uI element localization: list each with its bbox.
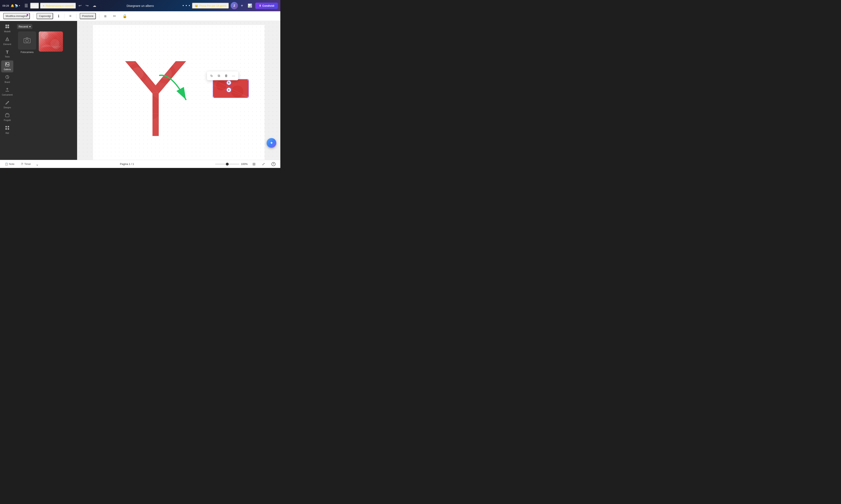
sidebar-item-elementi[interactable]: Elementi (1, 35, 13, 47)
svg-rect-0 (5, 24, 7, 26)
notes-icon: 📋 (5, 162, 8, 165)
topbar-time: 09:28 (2, 4, 9, 7)
sidebar-item-app[interactable]: App (1, 124, 13, 136)
sidebar-item-modelli[interactable]: Modelli (1, 22, 13, 35)
svg-rect-11 (8, 126, 9, 127)
help-button[interactable]: ? (270, 161, 277, 167)
toolbar-delete-button[interactable]: 🗑 (223, 73, 229, 79)
modelli-label: Modelli (4, 31, 11, 33)
timer-icon: ⏱ (21, 162, 23, 165)
toolbar-more-button[interactable]: ⋯ (230, 73, 237, 79)
svg-point-18 (45, 34, 57, 46)
progetti-icon (5, 113, 10, 118)
recent-image-thumbnail[interactable] (39, 32, 63, 52)
sidebar-item-caricamenti[interactable]: Caricamenti (1, 86, 13, 98)
sidebar-item-progetti[interactable]: Progetti (1, 111, 13, 123)
info-button[interactable]: ℹ (56, 13, 61, 20)
share-button[interactable]: ⬆ Condividi (255, 3, 278, 9)
toolbar-rotate-button[interactable]: ↻ (208, 73, 215, 79)
share-icon: ⬆ (259, 4, 261, 7)
timer-button[interactable]: ⏱ Timer (19, 162, 33, 166)
corner-bl (213, 96, 214, 97)
svg-rect-9 (5, 114, 9, 117)
galleria-label: Galleria (4, 68, 11, 71)
page-indicator: Pagina 1 / 1 (42, 162, 212, 165)
zoom-track[interactable] (215, 164, 239, 164)
camera-icon-area (18, 32, 36, 50)
topbar: 09:28 🔔 📡 • ☰ File ★ Ridimensiona e conv… (0, 0, 280, 11)
sidebar-item-galleria[interactable]: Galleria (1, 60, 13, 72)
svg-rect-13 (8, 128, 9, 130)
divider-3 (76, 14, 76, 19)
menu-icon[interactable]: ☰ (23, 2, 29, 9)
corner-br (247, 96, 248, 97)
undo-button[interactable]: ↩ (77, 2, 83, 9)
canvas-area[interactable]: ↻ ✛ ↻ ⧉ 🗑 ⋯ (77, 21, 280, 160)
flip-button[interactable]: Capovolgi (36, 13, 53, 19)
user-avatar[interactable]: Z (231, 2, 238, 9)
notes-button[interactable]: 📋 Note (3, 162, 16, 166)
redo-button[interactable]: ↪ (84, 2, 90, 9)
element-toolbar: ↻ ⧉ 🗑 ⋯ (207, 71, 238, 80)
resize-star-icon: ★ (42, 4, 45, 7)
toolbar-copy-button[interactable]: ⧉ (216, 73, 222, 79)
zoom-thumb[interactable] (226, 163, 229, 165)
modelli-icon (5, 24, 10, 30)
grid-align-button[interactable]: ⊞ (103, 13, 108, 19)
lock-button[interactable]: 🔒 (121, 13, 128, 20)
svg-rect-12 (5, 128, 7, 130)
toolbar-rotate-icon: ↻ (210, 74, 213, 78)
document-title: Disegnare un albero (100, 4, 181, 7)
panel-title-button[interactable]: Recenti ▾ (17, 24, 32, 29)
rotate-icon: ↻ (228, 81, 230, 84)
modify-image-button[interactable]: Modifica immagine (3, 13, 30, 19)
media-panel: Recenti ▾ Fotocamera (15, 21, 77, 160)
toolbar-copy-icon: ⧉ (218, 74, 220, 78)
disegno-icon (5, 100, 10, 106)
svg-marker-4 (6, 37, 9, 41)
magic-icon: ✦ (270, 141, 273, 145)
svg-rect-3 (7, 26, 9, 28)
testo-icon: T (6, 50, 8, 55)
analytics-button[interactable]: 📊 (246, 2, 254, 9)
caricamenti-icon (5, 88, 10, 93)
sidebar-item-brand[interactable]: Brand (1, 73, 13, 85)
svg-point-15 (25, 39, 29, 42)
resize-button[interactable]: ★ Ridimensiona e converti (40, 3, 76, 9)
y-shape-element[interactable] (121, 57, 190, 146)
file-menu-button[interactable]: File (30, 3, 39, 9)
canvas: ↻ ✛ ↻ ⧉ 🗑 ⋯ (93, 25, 264, 160)
camera-item[interactable]: Fotocamera (17, 32, 37, 54)
expand-pages-button[interactable]: ⌃ (36, 162, 39, 166)
sidebar-item-testo[interactable]: T Testo (1, 48, 13, 60)
help-icon: ? (272, 162, 275, 166)
camera-label: Fotocamera (21, 51, 34, 54)
move-icon: ✛ (228, 89, 230, 91)
grid-view-button[interactable]: ⊞ (251, 161, 257, 167)
add-button[interactable]: + (240, 2, 244, 9)
divider-1 (33, 14, 33, 19)
cloud-save-button[interactable]: ☁ (91, 2, 98, 9)
galleria-icon (5, 62, 10, 68)
elementi-label: Elementi (3, 43, 11, 46)
topbar-dots: • • • (183, 4, 190, 8)
grid-view-icon: ⊞ (253, 162, 256, 166)
context-toolbar: Modifica immagine Capovolgi ℹ ≡ Posizion… (0, 11, 280, 21)
caricamenti-label: Caricamenti (2, 94, 13, 96)
thumbnail-texture (39, 32, 63, 52)
rotate-handle[interactable]: ↻ (226, 80, 231, 85)
crop-button[interactable]: ✂ (111, 13, 118, 20)
fullscreen-button[interactable]: ⤢ (260, 161, 267, 167)
lines-button[interactable]: ≡ (68, 13, 73, 19)
pro-trial-button[interactable]: 👑 Prova Pro per 14 giorni (192, 3, 229, 9)
app-icon (5, 126, 10, 131)
brand-label: Brand (5, 81, 10, 84)
magic-button[interactable]: ✦ (267, 138, 276, 148)
media-items-row: Fotocamera (17, 32, 75, 54)
app-label: App (5, 132, 9, 134)
sidebar-item-disegno[interactable]: Disegno (1, 98, 13, 110)
elementi-icon (5, 37, 10, 42)
move-handle[interactable]: ✛ (226, 88, 231, 92)
svg-rect-1 (7, 24, 9, 26)
position-button[interactable]: Posizione (80, 13, 96, 19)
